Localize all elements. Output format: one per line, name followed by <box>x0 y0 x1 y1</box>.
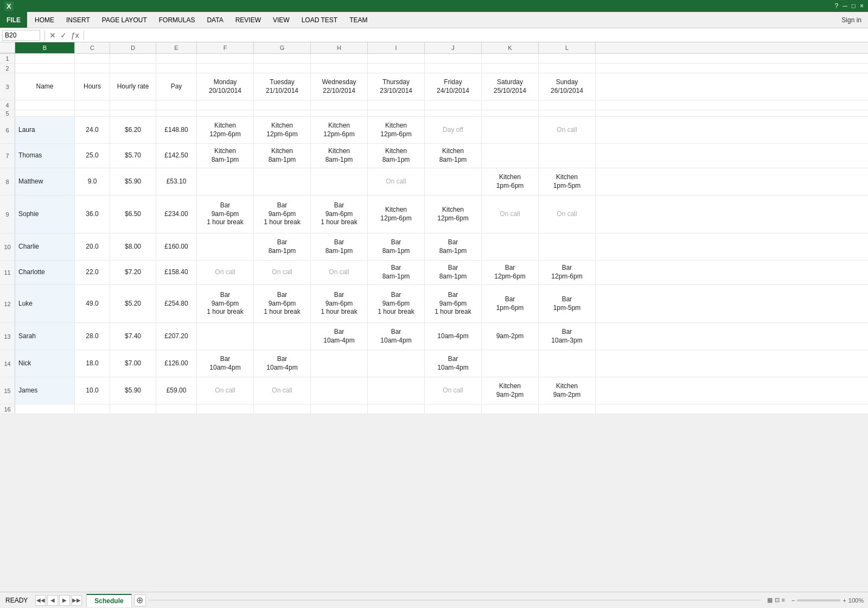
col-header-k[interactable]: K <box>482 42 539 53</box>
cell[interactable]: Bar 10am-4pm <box>254 350 311 377</box>
cell[interactable]: Hourly rate <box>110 73 156 100</box>
cell[interactable]: Bar 8am-1pm <box>254 233 311 260</box>
cell[interactable]: £142.50 <box>156 144 197 168</box>
cell[interactable]: Bar 1pm-5pm <box>539 285 596 322</box>
cell[interactable]: Kitchen 8am-1pm <box>425 144 482 168</box>
col-header-l[interactable]: L <box>539 42 596 53</box>
cell[interactable]: Bar 10am-4pm <box>425 350 482 377</box>
menu-view[interactable]: VIEW <box>267 14 295 26</box>
cell[interactable]: $8.00 <box>110 233 156 260</box>
cell[interactable] <box>156 404 197 414</box>
cell[interactable]: 24.0 <box>75 117 110 143</box>
employee-name[interactable]: Laura <box>15 117 75 143</box>
cell[interactable] <box>254 54 311 65</box>
cell[interactable]: Bar 8am-1pm <box>311 233 368 260</box>
cell[interactable]: 10.0 <box>75 377 110 404</box>
cell[interactable] <box>254 100 311 111</box>
cell[interactable] <box>15 54 75 65</box>
insert-function-icon[interactable]: ƒx <box>71 31 79 40</box>
cell[interactable]: £207.20 <box>156 323 197 350</box>
col-header-c[interactable]: C <box>75 42 110 53</box>
cell[interactable] <box>482 100 539 111</box>
cell[interactable] <box>425 168 482 195</box>
cell[interactable]: Kitchen 8am-1pm <box>254 144 311 168</box>
cell[interactable] <box>368 64 425 74</box>
employee-name[interactable]: Sophie <box>15 195 75 233</box>
cell[interactable]: 36.0 <box>75 195 110 233</box>
cell[interactable]: Bar 10am-4pm <box>197 350 254 377</box>
cell[interactable]: Bar 10am-3pm <box>539 323 596 350</box>
cell[interactable] <box>482 54 539 65</box>
cell[interactable] <box>311 54 368 65</box>
cell[interactable] <box>368 404 425 414</box>
cell[interactable]: $6.50 <box>110 195 156 233</box>
menu-load-test[interactable]: LOAD TEST <box>296 14 343 26</box>
cell[interactable]: Bar 9am-6pm 1 hour break <box>197 195 254 233</box>
cell[interactable] <box>539 64 596 74</box>
cell[interactable]: Bar 9am-6pm 1 hour break <box>368 285 425 322</box>
cell[interactable]: Kitchen 1pm-5pm <box>539 168 596 195</box>
employee-name[interactable]: Thomas <box>15 144 75 168</box>
col-header-d[interactable]: D <box>110 42 156 53</box>
file-menu[interactable]: FILE <box>0 12 27 28</box>
cell[interactable] <box>539 233 596 260</box>
cell[interactable]: £148.80 <box>156 117 197 143</box>
cell[interactable]: Kitchen 1pm-6pm <box>482 168 539 195</box>
cell[interactable]: On call <box>254 261 311 284</box>
cell[interactable] <box>110 54 156 65</box>
cell[interactable] <box>197 233 254 260</box>
cell[interactable] <box>110 64 156 74</box>
cell[interactable]: Bar 9am-6pm 1 hour break <box>197 285 254 322</box>
cell[interactable] <box>254 168 311 195</box>
cell[interactable] <box>75 100 110 111</box>
cell[interactable]: Wednesday 22/10/2014 <box>311 73 368 100</box>
cell[interactable] <box>311 377 368 404</box>
cell[interactable]: Sunday 26/10/2014 <box>539 73 596 100</box>
cell[interactable]: Bar 8am-1pm <box>368 261 425 284</box>
cell[interactable] <box>197 100 254 111</box>
formula-input[interactable] <box>88 31 866 39</box>
cell[interactable]: Bar 8am-1pm <box>425 261 482 284</box>
cell[interactable] <box>425 54 482 65</box>
cell[interactable] <box>75 404 110 414</box>
cancel-formula-icon[interactable]: ✕ <box>49 31 56 40</box>
col-header-f[interactable]: F <box>197 42 254 53</box>
cell[interactable]: 28.0 <box>75 323 110 350</box>
cell[interactable]: Kitchen 9am-2pm <box>539 377 596 404</box>
cell[interactable] <box>482 117 539 143</box>
cell[interactable] <box>425 404 482 414</box>
cell[interactable]: On call <box>539 117 596 143</box>
cell[interactable]: Kitchen 12pm-6pm <box>197 117 254 143</box>
cell[interactable]: Kitchen 12pm-6pm <box>368 117 425 143</box>
cell[interactable]: 22.0 <box>75 261 110 284</box>
cell[interactable] <box>539 350 596 377</box>
cell[interactable]: $5.90 <box>110 377 156 404</box>
employee-name[interactable]: James <box>15 377 75 404</box>
cell[interactable] <box>110 100 156 111</box>
cell[interactable]: Hours <box>75 73 110 100</box>
cell[interactable]: 10am-4pm <box>425 323 482 350</box>
cell[interactable]: Monday 20/10/2014 <box>197 73 254 100</box>
cell[interactable] <box>482 233 539 260</box>
cell[interactable] <box>425 100 482 111</box>
col-header-b[interactable]: B <box>15 42 75 53</box>
cell[interactable]: Kitchen 12pm-6pm <box>254 117 311 143</box>
cell[interactable]: Day off <box>425 117 482 143</box>
cell[interactable] <box>311 100 368 111</box>
menu-data[interactable]: DATA <box>201 14 228 26</box>
employee-name[interactable]: Matthew <box>15 168 75 195</box>
cell[interactable] <box>425 64 482 74</box>
cell[interactable]: 9am-2pm <box>482 323 539 350</box>
cell[interactable] <box>110 404 156 414</box>
col-header-e[interactable]: E <box>156 42 197 53</box>
cell[interactable]: On call <box>539 195 596 233</box>
cell[interactable] <box>254 404 311 414</box>
cell[interactable]: On call <box>197 261 254 284</box>
cell[interactable] <box>254 64 311 74</box>
cell[interactable]: Bar 9am-6pm 1 hour break <box>311 285 368 322</box>
cell[interactable]: Kitchen 8am-1pm <box>197 144 254 168</box>
cell[interactable] <box>482 404 539 414</box>
cell[interactable]: Kitchen 12pm-6pm <box>311 117 368 143</box>
cell[interactable]: Bar 1pm-6pm <box>482 285 539 322</box>
cell[interactable]: Kitchen 8am-1pm <box>311 144 368 168</box>
